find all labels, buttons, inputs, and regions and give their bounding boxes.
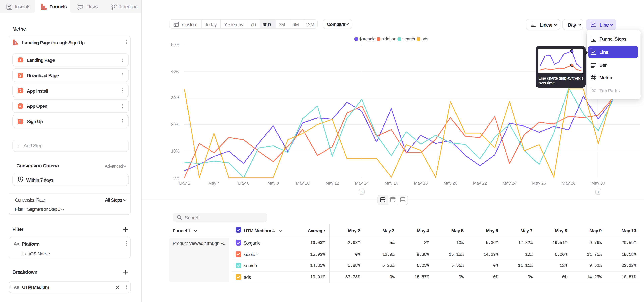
svg-text:May 16: May 16 (384, 181, 398, 186)
svg-text:May 26: May 26 (532, 181, 546, 186)
svg-text:ads: ads (422, 36, 428, 41)
svg-text:sidebar: sidebar (382, 36, 395, 41)
svg-text:May 30: May 30 (591, 181, 605, 186)
svg-text:40%: 40% (171, 69, 180, 74)
svg-text:May 18: May 18 (414, 181, 428, 186)
svg-text:May 24: May 24 (502, 181, 516, 186)
svg-text:search: search (402, 36, 415, 41)
svg-text:10%: 10% (171, 149, 180, 153)
svg-text:May 2: May 2 (179, 181, 190, 186)
svg-text:$organic: $organic (359, 36, 375, 41)
svg-text:0%: 0% (174, 175, 180, 180)
svg-text:May 28: May 28 (562, 181, 576, 186)
svg-text:May 12: May 12 (325, 181, 339, 186)
svg-text:May 6: May 6 (238, 181, 249, 186)
svg-text:May 14: May 14 (355, 181, 368, 186)
svg-text:May 22: May 22 (473, 181, 487, 186)
svg-text:May 4: May 4 (208, 181, 220, 186)
svg-text:May 8: May 8 (268, 181, 279, 186)
svg-text:50%: 50% (171, 42, 180, 47)
svg-text:30%: 30% (171, 96, 180, 100)
svg-text:May 10: May 10 (296, 181, 310, 186)
svg-text:20%: 20% (171, 122, 180, 127)
svg-text:May 20: May 20 (444, 181, 457, 186)
